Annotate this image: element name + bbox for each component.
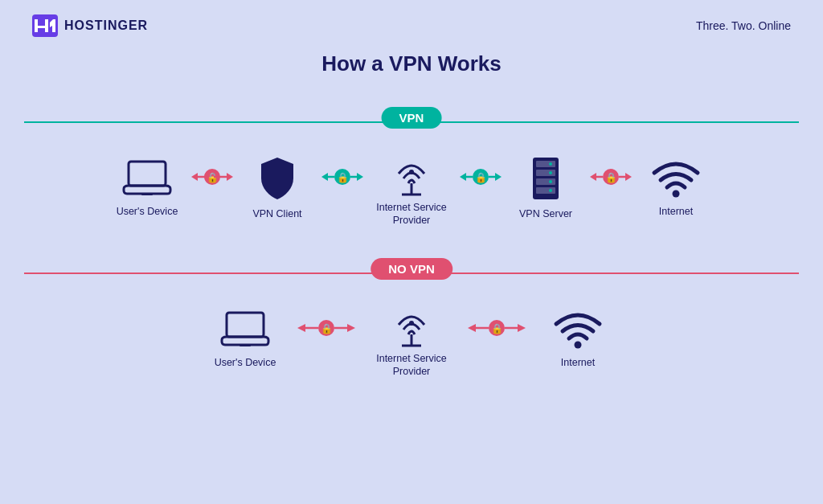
svg-marker-19 [460, 173, 466, 181]
svg-point-40 [673, 191, 680, 198]
novpn-isp-label: Internet ServiceProvider [376, 352, 447, 379]
page-title: How a VPN Works [0, 51, 823, 76]
novpn-device-wifi: Internet [534, 309, 622, 369]
laptop-icon-novpn [220, 309, 270, 350]
connector-4: 🔒 [587, 168, 635, 186]
novpn-badge: NO VPN [371, 258, 452, 280]
vpn-badge: VPN [382, 107, 442, 129]
vpn-device-shield: VPN Client [241, 156, 313, 220]
shield-icon [256, 156, 298, 201]
svg-marker-10 [321, 173, 328, 181]
vpn-client-label: VPN Client [252, 207, 301, 220]
svg-text:🔒: 🔒 [475, 171, 487, 183]
sections: VPN User's Device [0, 91, 823, 386]
tagline: Three. Two. Online [696, 19, 791, 32]
novpn-section: NO VPN User's Device [24, 242, 799, 387]
svg-point-18 [409, 170, 414, 174]
vpn-device-server: VPN Server [510, 156, 582, 220]
logo-text: HOSTINGER [64, 18, 148, 33]
antenna-icon [391, 150, 432, 195]
novpn-content: User's Device 🔒 [40, 301, 783, 379]
svg-rect-42 [231, 317, 259, 333]
novpn-internet-label: Internet [561, 356, 595, 369]
svg-point-30 [549, 162, 552, 166]
svg-point-59 [575, 341, 582, 348]
svg-rect-29 [536, 187, 555, 194]
svg-marker-39 [625, 173, 632, 181]
svg-text:🔒: 🔒 [491, 322, 503, 334]
vpn-isp-label: Internet ServiceProvider [376, 201, 447, 227]
antenna-icon-novpn [391, 301, 432, 346]
wifi-icon-vpn [651, 158, 701, 199]
svg-rect-3 [141, 194, 153, 195]
svg-marker-4 [191, 173, 198, 181]
svg-marker-9 [227, 173, 233, 181]
header: HOSTINGER Three. Two. Online [0, 0, 823, 45]
svg-text:🔒: 🔒 [337, 171, 349, 183]
novpn-device-laptop: User's Device [201, 309, 289, 369]
svg-point-32 [549, 180, 552, 183]
svg-rect-27 [536, 170, 555, 176]
logo: HOSTINGER [32, 14, 148, 37]
vpn-device-laptop-label: User's Device [117, 205, 178, 218]
svg-marker-44 [297, 324, 305, 332]
vpn-device-laptop: User's Device [111, 158, 183, 218]
laptop-icon [122, 158, 172, 199]
vpn-internet-label: Internet [659, 205, 693, 218]
svg-point-52 [409, 321, 414, 326]
connector-3: 🔒 [457, 168, 505, 186]
svg-point-33 [549, 189, 552, 192]
connector-1: 🔒 [188, 168, 236, 186]
vpn-device-isp: Internet ServiceProvider [371, 150, 452, 227]
wifi-icon-novpn [553, 309, 603, 350]
hostinger-logo-icon [32, 14, 58, 37]
vpn-section: VPN User's Device [24, 91, 799, 236]
vpn-content: User's Device 🔒 [40, 150, 783, 227]
svg-rect-26 [536, 161, 555, 167]
svg-marker-15 [357, 173, 363, 181]
connector-2: 🔒 [318, 168, 366, 186]
svg-marker-34 [590, 173, 596, 181]
svg-text:🔒: 🔒 [605, 171, 617, 183]
svg-marker-58 [518, 324, 526, 332]
vpn-device-wifi: Internet [640, 158, 712, 218]
svg-point-31 [549, 171, 552, 174]
svg-rect-2 [133, 166, 161, 182]
svg-rect-28 [536, 178, 555, 185]
svg-marker-24 [495, 173, 502, 181]
vpn-server-label: VPN Server [519, 207, 572, 220]
novpn-device-isp: Internet ServiceProvider [363, 301, 460, 379]
novpn-device-laptop-label: User's Device [215, 356, 276, 369]
novpn-connector-1: 🔒 [294, 319, 358, 337]
svg-marker-49 [347, 324, 355, 332]
server-icon [528, 156, 563, 201]
svg-marker-53 [468, 324, 476, 332]
novpn-connector-2: 🔒 [465, 319, 529, 337]
svg-rect-43 [240, 345, 251, 346]
svg-text:🔒: 🔒 [321, 322, 333, 334]
